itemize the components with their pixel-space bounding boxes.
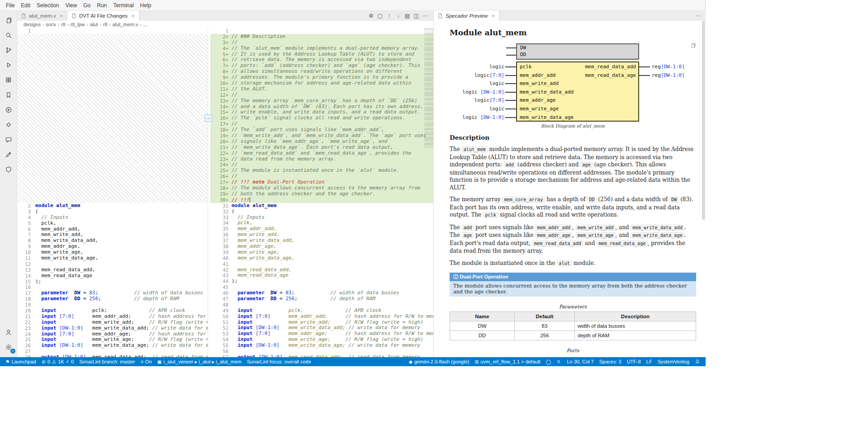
menu-file[interactable]: File (3, 0, 18, 10)
line-number[interactable]: 3+ (210, 40, 232, 46)
code-line[interactable]: 34 pclk, (210, 220, 433, 226)
gear-glyph-icon[interactable]: ⚙ (367, 13, 375, 19)
gear-icon[interactable]: 2 (0, 340, 17, 354)
line-number[interactable]: 14 (17, 273, 35, 279)
code-line[interactable]: 49 input pclk; // APB clock (210, 308, 433, 314)
status-systemverilog[interactable]: SystemVerilog (655, 357, 692, 366)
prev-change-icon[interactable]: ↑ (385, 13, 394, 19)
code-line[interactable]: 52 input [DW-1:0] mem_write_data_add; //… (210, 325, 433, 331)
status-launchpad[interactable]: ⚑Launchpad (3, 357, 39, 366)
code-line[interactable]: 50 input [7:0] mem_addr_add; // hash add… (210, 314, 433, 320)
code-line[interactable]: 4 // Inputs (17, 215, 208, 221)
status-i-alut-veneer-i-alut-i-alut-mem[interactable]: ▣i_alut_veneer ▸ i_alut ▸ i_alut_mem (155, 357, 244, 366)
code-line[interactable]: 25 input mem_write_age; // R/W flag (wri… (17, 337, 208, 343)
code-line[interactable]: 2module alut_mem (17, 203, 208, 209)
account-icon[interactable] (0, 325, 17, 340)
line-number[interactable]: 45 (210, 284, 232, 290)
status-spaces-3[interactable]: Spaces: 3 (597, 357, 624, 366)
menu-run[interactable]: Run (94, 0, 110, 10)
line-number[interactable]: 41 (210, 261, 232, 267)
code-line[interactable]: 8 mem_write_data_add, (17, 238, 208, 244)
line-number[interactable]: 47 (210, 296, 232, 302)
code-line[interactable]: 10+// storage mechanism for address and … (210, 80, 433, 86)
code-line[interactable]: 22 input mem_write_add; // R/W flag (wri… (17, 320, 208, 325)
code-line[interactable]: 9 mem_addr_age, (17, 244, 208, 250)
line-number[interactable]: 9 (17, 244, 35, 250)
tab-dvt-ai-file-changes[interactable]: DVT AI File Changes× (67, 11, 139, 21)
line-number[interactable]: 9+ (210, 75, 232, 80)
line-number[interactable]: 11 (17, 255, 35, 261)
code-line[interactable]: 27 (17, 349, 208, 354)
code-line[interactable]: 22+// `mem_read_data_add` and `mem_read_… (210, 151, 433, 156)
status-sonarlint-branch-master[interactable]: SonarLint branch: master (76, 357, 138, 366)
diagram-port[interactable]: mem_read_data_age (516, 72, 636, 78)
code-line[interactable]: 23 input [DW-1:0] mem_write_data_add; //… (17, 325, 208, 331)
code-line[interactable]: 42 mem_read_data_add, (210, 267, 433, 273)
line-number[interactable]: 30+ (210, 197, 232, 203)
status-bell-icon[interactable] (692, 357, 703, 366)
line-number[interactable]: 12+ (210, 92, 232, 98)
line-number[interactable]: 43 (210, 273, 232, 278)
code-line[interactable]: 16 (17, 284, 208, 290)
line-number[interactable]: 19+ (210, 133, 232, 139)
code-line[interactable]: 33 // Inputs (210, 215, 433, 221)
code-line[interactable]: 28+// The module allows concurrent acces… (210, 185, 433, 191)
code-line[interactable]: 13+// The memory array `mem_core_array` … (210, 98, 433, 104)
line-number[interactable]: 56 (210, 349, 232, 354)
close-icon[interactable]: × (492, 13, 494, 19)
menu-view[interactable]: View (62, 0, 80, 10)
line-number[interactable]: 55 (210, 343, 232, 349)
compare-icon[interactable]: ▢ (376, 13, 384, 19)
code-line[interactable]: 3+// (210, 40, 433, 46)
code-line[interactable]: 11+// the ALUT. (210, 86, 433, 92)
code-line[interactable]: 26+// (210, 174, 433, 179)
code-line[interactable]: 44); (210, 278, 433, 284)
extensions-icon[interactable] (0, 72, 17, 87)
line-number[interactable]: 1 (17, 28, 35, 34)
code-line[interactable]: 40 mem_write_data_age, (210, 255, 433, 261)
code-line[interactable]: 32( (210, 209, 433, 215)
code-line[interactable]: 1 (210, 28, 433, 34)
code-line[interactable]: 24+// (210, 162, 433, 168)
chat-icon[interactable] (0, 132, 17, 147)
code-line[interactable]: 6+// retrieve data. The memory is access… (210, 57, 433, 63)
code-line[interactable]: 46 parameter DW = 83; // width of data b… (210, 290, 433, 296)
line-number[interactable]: 2+ (210, 34, 232, 40)
line-number[interactable]: 8+ (210, 69, 232, 75)
files-icon[interactable] (0, 13, 17, 28)
code-line[interactable]: 38 mem_addr_age, (210, 244, 433, 250)
copy-icon[interactable] (690, 42, 696, 48)
code-line[interactable]: 30+// !!! (210, 197, 433, 203)
code-line[interactable]: 20 input pclk; // APB clock (17, 308, 208, 314)
code-line[interactable]: 17 parameter DW = 83; // width of data b… (17, 290, 208, 296)
menu-selection[interactable]: Selection (33, 0, 62, 10)
line-number[interactable]: 33 (210, 215, 232, 221)
line-number[interactable]: 53 (210, 331, 232, 337)
breadcrumb-item[interactable]: alut_mem.v (113, 22, 138, 27)
line-number[interactable]: 15 (17, 279, 35, 285)
open-file-icon[interactable]: ▤ (403, 13, 412, 19)
preview-scrollbar-thumb[interactable] (702, 21, 705, 220)
code-line[interactable]: 31module alut_mem (210, 203, 433, 209)
line-number[interactable]: 50 (210, 314, 232, 320)
line-number[interactable]: 24+ (210, 162, 232, 168)
status-sonarlint-focus-overall-code[interactable]: SonarLint focus: overall code (244, 357, 314, 366)
next-change-icon[interactable]: ↓ (394, 13, 403, 19)
shield-icon[interactable] (0, 162, 17, 177)
line-number[interactable]: 13+ (210, 98, 232, 104)
code-line[interactable]: 29+// both the address checker and the a… (210, 191, 433, 197)
code-line[interactable]: 48 (210, 302, 433, 308)
line-number[interactable]: 20+ (210, 139, 232, 145)
code-line[interactable]: 45 (210, 284, 433, 290)
more-actions-icon[interactable]: ⋯ (421, 13, 430, 19)
code-line[interactable]: 15+// write enable, and write data input… (210, 109, 433, 115)
status-uvm-ref-flow-1-1-default[interactable]: ⊞uvm_ref_flow_1.1 > default (472, 357, 543, 366)
line-number[interactable]: 44 (210, 278, 232, 284)
close-icon[interactable]: × (132, 13, 134, 19)
line-number[interactable]: 48 (210, 302, 232, 308)
dvt-icon[interactable] (0, 117, 17, 132)
line-number[interactable]: 29+ (210, 191, 232, 197)
split-editor-icon[interactable]: ◫ (412, 13, 421, 19)
menu-go[interactable]: Go (80, 0, 94, 10)
edit-icon[interactable] (0, 147, 17, 162)
